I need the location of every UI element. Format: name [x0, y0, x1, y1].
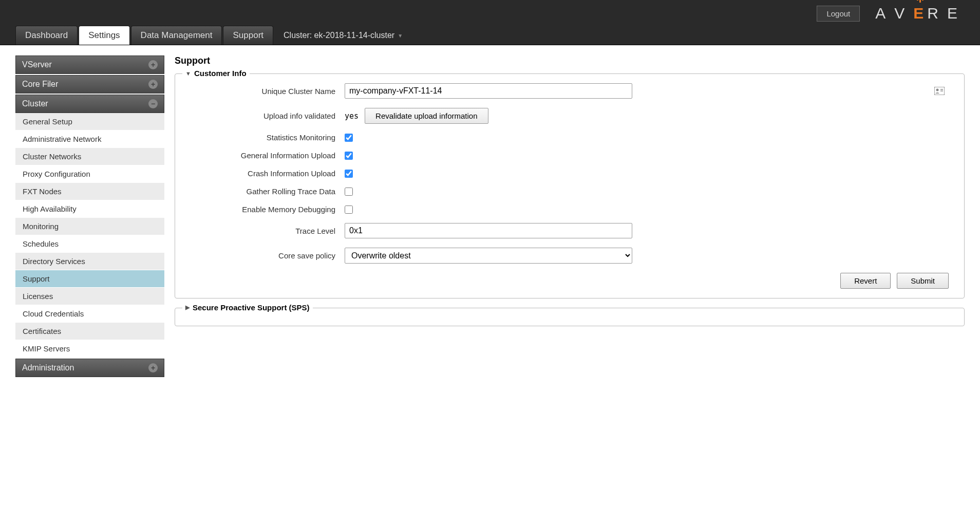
plus-icon: +: [148, 363, 158, 372]
sidebar-item-licenses[interactable]: Licenses: [15, 288, 164, 305]
main: Support ▼ Customer Info Unique Cluster N…: [175, 55, 965, 378]
tab-data-management[interactable]: Data Management: [131, 26, 222, 45]
unique-cluster-name-input[interactable]: [345, 83, 632, 99]
logo-letter-e2: E: [947, 5, 965, 22]
row-trace-level: Trace Level: [191, 223, 949, 238]
sidebar-item-cluster-networks[interactable]: Cluster Networks: [15, 148, 164, 165]
content: VServer + Core Filer + Cluster − General…: [0, 45, 980, 388]
row-general-info: General Information Upload: [191, 151, 949, 160]
plus-icon: +: [148, 60, 158, 69]
header-bar: Logout A V E R E: [0, 0, 980, 27]
sidebar: VServer + Core Filer + Cluster − General…: [15, 55, 164, 378]
sidebar-item-proxy-config[interactable]: Proxy Configuration: [15, 165, 164, 183]
sidebar-item-kmip-servers[interactable]: KMIP Servers: [15, 340, 164, 358]
sidebar-item-admin-network[interactable]: Administrative Network: [15, 130, 164, 148]
sidebar-header-administration[interactable]: Administration +: [15, 359, 164, 377]
tab-support[interactable]: Support: [223, 26, 273, 45]
sidebar-item-monitoring[interactable]: Monitoring: [15, 218, 164, 235]
core-save-select[interactable]: Overwrite oldest: [345, 248, 632, 264]
legend-text: Customer Info: [194, 69, 247, 78]
chevron-down-icon: ▼: [398, 33, 403, 39]
label-core-save: Core save policy: [191, 251, 345, 260]
label-stats-monitoring: Statistics Monitoring: [191, 133, 345, 142]
label-crash-info: Crash Information Upload: [191, 169, 345, 178]
logo-letter-r: R: [927, 5, 946, 22]
minus-icon: −: [148, 99, 158, 108]
sidebar-item-directory-services[interactable]: Directory Services: [15, 253, 164, 270]
label-unique-cluster-name: Unique Cluster Name: [191, 87, 345, 96]
row-unique-cluster-name: Unique Cluster Name: [191, 83, 949, 99]
sidebar-label: Core Filer: [22, 80, 58, 89]
sidebar-item-fxt-nodes[interactable]: FXT Nodes: [15, 183, 164, 200]
sidebar-cluster-items: General Setup Administrative Network Clu…: [15, 113, 164, 358]
row-memory-debug: Enable Memory Debugging: [191, 205, 949, 214]
row-stats-monitoring: Statistics Monitoring: [191, 133, 949, 142]
plus-icon: +: [148, 80, 158, 89]
logo-letter-v: V: [894, 5, 912, 22]
sidebar-label: Cluster: [22, 99, 48, 108]
general-info-checkbox[interactable]: [345, 152, 353, 160]
sidebar-header-cluster[interactable]: Cluster −: [15, 95, 164, 113]
row-rolling-trace: Gather Rolling Trace Data: [191, 187, 949, 196]
cluster-selector[interactable]: Cluster: ek-2018-11-14-cluster ▼: [274, 26, 412, 45]
sidebar-item-schedules[interactable]: Schedules: [15, 235, 164, 253]
sidebar-item-general-setup[interactable]: General Setup: [15, 113, 164, 130]
revert-button[interactable]: Revert: [840, 273, 891, 289]
label-trace-level: Trace Level: [191, 227, 345, 235]
crash-info-checkbox[interactable]: [345, 170, 353, 178]
logo-letter-e: E: [913, 5, 926, 22]
row-core-save: Core save policy Overwrite oldest: [191, 248, 949, 264]
page-title: Support: [175, 55, 965, 66]
sidebar-section-corefiler: Core Filer +: [15, 75, 164, 94]
sidebar-item-support[interactable]: Support: [15, 270, 164, 288]
legend-customer-info[interactable]: ▼ Customer Info: [182, 69, 250, 78]
sidebar-label: Administration: [22, 363, 74, 372]
logo-letter-a: A: [875, 5, 893, 22]
row-crash-info: Crash Information Upload: [191, 169, 949, 178]
sidebar-item-cloud-credentials[interactable]: Cloud Credentials: [15, 305, 164, 323]
sidebar-header-vserver[interactable]: VServer +: [15, 55, 164, 74]
legend-sps[interactable]: ▶ Secure Proactive Support (SPS): [182, 303, 313, 312]
action-row: Revert Submit: [191, 273, 949, 289]
sidebar-label: VServer: [22, 60, 52, 69]
sidebar-section-cluster: Cluster − General Setup Administrative N…: [15, 95, 164, 358]
logo: A V E R E: [875, 5, 965, 22]
fieldset-customer-info: ▼ Customer Info Unique Cluster Name Uplo…: [175, 73, 965, 298]
row-upload-validated: Upload info validated yes Revalidate upl…: [191, 108, 949, 124]
contact-card-icon: [934, 87, 945, 95]
tab-settings[interactable]: Settings: [79, 26, 129, 45]
stats-monitoring-checkbox[interactable]: [345, 134, 353, 142]
label-upload-validated: Upload info validated: [191, 111, 345, 120]
label-general-info: General Information Upload: [191, 151, 345, 160]
revalidate-button[interactable]: Revalidate upload information: [365, 108, 488, 124]
trace-level-input[interactable]: [345, 223, 632, 238]
chevron-down-icon: ▼: [185, 70, 191, 77]
tab-dashboard[interactable]: Dashboard: [15, 26, 78, 45]
sidebar-section-administration: Administration +: [15, 359, 164, 377]
label-memory-debug: Enable Memory Debugging: [191, 205, 345, 214]
submit-button[interactable]: Submit: [897, 273, 949, 289]
tab-bar: Dashboard Settings Data Management Suppo…: [0, 27, 980, 45]
sidebar-header-corefiler[interactable]: Core Filer +: [15, 75, 164, 94]
legend-text: Secure Proactive Support (SPS): [193, 303, 310, 312]
label-rolling-trace: Gather Rolling Trace Data: [191, 187, 345, 196]
sidebar-item-certificates[interactable]: Certificates: [15, 323, 164, 340]
logout-button[interactable]: Logout: [817, 6, 860, 22]
upload-validated-value: yes: [345, 111, 359, 121]
chevron-right-icon: ▶: [185, 304, 190, 311]
fieldset-sps: ▶ Secure Proactive Support (SPS): [175, 308, 965, 326]
sidebar-section-vserver: VServer +: [15, 55, 164, 74]
cluster-label-text: Cluster: ek-2018-11-14-cluster: [284, 31, 394, 40]
sidebar-item-high-availability[interactable]: High Availability: [15, 200, 164, 218]
rolling-trace-checkbox[interactable]: [345, 188, 353, 196]
memory-debug-checkbox[interactable]: [345, 206, 353, 214]
svg-point-1: [936, 89, 939, 91]
